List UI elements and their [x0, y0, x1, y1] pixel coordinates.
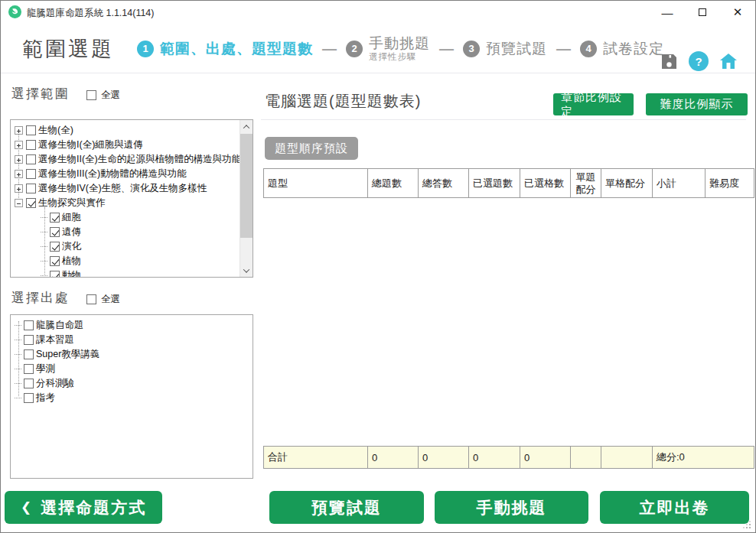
col-points-per-cell: 單格配分	[601, 169, 653, 197]
collapse-toggle-icon[interactable]	[15, 199, 23, 207]
col-total-answers: 總答數	[419, 169, 469, 197]
tree-checkbox[interactable]	[26, 125, 36, 135]
totals-selected-cells: 0	[520, 447, 571, 468]
source-select-all-checkbox[interactable]	[86, 294, 96, 304]
source-checkbox[interactable]	[24, 349, 34, 359]
tree-item-label: 選修生物I(全)細胞與遺傳	[38, 138, 143, 151]
tree-checkbox[interactable]	[26, 184, 36, 193]
question-type-preset-button[interactable]: 題型順序預設	[265, 137, 358, 160]
step-1-label: 範圍、出處、題型題數	[160, 39, 313, 59]
step-4-badge: 4	[580, 41, 597, 57]
tree-item[interactable]: 生物探究與實作	[15, 196, 253, 210]
scroll-up-icon[interactable]	[240, 120, 253, 133]
resize-grip[interactable]	[749, 527, 751, 528]
tree-checkbox[interactable]	[50, 271, 60, 278]
list-item[interactable]: 指考	[15, 391, 253, 405]
generate-paper-button[interactable]: 立即出卷	[600, 491, 749, 524]
tree-scrollbar[interactable]	[240, 120, 253, 277]
source-checkbox[interactable]	[24, 335, 34, 345]
tree-item[interactable]: 選修生物II(全)生命的起源與植物體的構造與功能	[15, 152, 253, 167]
totals-points-per-cell	[601, 447, 653, 468]
tree-item[interactable]: 選修生物IV(全)生態、演化及生物多樣性	[15, 181, 253, 196]
col-subtotal: 小計	[653, 169, 705, 197]
step-2-manual-pick[interactable]: 2 手動挑題 選擇性步驟	[346, 36, 430, 62]
minimize-button[interactable]: —	[650, 1, 685, 24]
tree-checkbox[interactable]	[50, 213, 60, 223]
tree-checkbox[interactable]	[26, 154, 36, 164]
tree-item-label: 生物(全)	[38, 124, 73, 137]
totals-score: 總分:0	[653, 447, 754, 468]
tree-checkbox[interactable]	[50, 242, 60, 252]
tree-connector	[41, 217, 47, 218]
source-checkbox[interactable]	[24, 393, 34, 403]
chevron-left-icon: ❮	[21, 499, 33, 515]
expand-toggle-icon[interactable]	[15, 126, 23, 135]
expand-toggle-icon[interactable]	[15, 184, 23, 193]
source-select-all[interactable]: 全選	[86, 293, 120, 306]
list-item[interactable]: 分科測驗	[15, 376, 253, 391]
tree-connector	[41, 232, 47, 232]
source-section-title: 選擇出處	[11, 289, 70, 307]
list-item[interactable]: 課本習題	[15, 333, 253, 347]
totals-total-answers: 0	[419, 447, 469, 468]
tree-checkbox[interactable]	[50, 256, 60, 266]
maximize-icon	[699, 8, 706, 16]
back-button-label: 選擇命題方式	[41, 497, 146, 518]
tree-checkbox[interactable]	[50, 227, 60, 237]
scroll-thumb[interactable]	[240, 134, 253, 238]
tree-connector	[15, 369, 21, 369]
totals-points-per-question	[571, 447, 601, 468]
range-select-all[interactable]: 全選	[86, 89, 120, 102]
step-1-range[interactable]: 1 範圍、出處、題型題數	[137, 39, 313, 59]
home-button[interactable]	[719, 51, 738, 71]
source-checkbox[interactable]	[24, 320, 34, 330]
step-separator: —	[321, 41, 338, 57]
scroll-down-icon[interactable]	[240, 264, 253, 277]
source-select-all-label: 全選	[101, 293, 120, 306]
tree-connector	[15, 383, 21, 384]
tree-item[interactable]: 生物(全)	[15, 123, 253, 138]
tree-item[interactable]: 遺傳	[15, 225, 253, 239]
expand-toggle-icon[interactable]	[15, 170, 23, 178]
tree-checkbox[interactable]	[26, 140, 36, 150]
expand-toggle-icon[interactable]	[15, 155, 23, 164]
list-item[interactable]: Super教學講義	[15, 347, 253, 362]
title-bar: 龍騰題庫命題系統 1.1.14(114) — ✕	[1, 1, 755, 24]
save-button[interactable]	[659, 51, 679, 71]
step-4-paper-settings[interactable]: 4 試卷設定	[580, 39, 664, 59]
col-selected-cells: 已選格數	[520, 169, 571, 197]
help-button[interactable]: ?	[689, 51, 709, 71]
tree-item[interactable]: 演化	[15, 239, 253, 254]
tree-item[interactable]: 選修生物III(全)動物體的構造與功能	[15, 167, 253, 181]
close-button[interactable]: ✕	[720, 1, 755, 24]
step-3-preview[interactable]: 3 預覽試題	[463, 39, 547, 59]
page-title: 範圍選題	[22, 35, 114, 63]
expand-toggle-icon[interactable]	[15, 141, 23, 149]
col-total-questions: 總題數	[368, 169, 419, 197]
maximize-button[interactable]	[685, 1, 720, 24]
tree-item[interactable]: 細胞	[15, 210, 253, 225]
difficulty-ratio-button[interactable]: 難度比例顯示	[646, 93, 748, 115]
picker-divider	[261, 119, 746, 120]
tree-checkbox[interactable]	[26, 169, 36, 179]
tree-item[interactable]: 動物	[15, 268, 253, 278]
range-select-all-label: 全選	[101, 89, 120, 102]
back-to-mode-button[interactable]: ❮ 選擇命題方式	[5, 491, 162, 524]
chapter-ratio-button[interactable]: 章節比例設定	[553, 93, 634, 115]
range-select-all-checkbox[interactable]	[86, 90, 96, 100]
list-item[interactable]: 龍騰自命題	[15, 318, 253, 333]
list-item-label: 分科測驗	[36, 377, 74, 390]
tree-item-label: 選修生物IV(全)生態、演化及生物多樣性	[38, 182, 207, 195]
tree-item[interactable]: 選修生物I(全)細胞與遺傳	[15, 138, 253, 152]
step-separator: —	[555, 41, 572, 57]
manual-pick-button[interactable]: 手動挑題	[435, 491, 588, 524]
list-item[interactable]: 學測	[15, 362, 253, 376]
source-checkbox[interactable]	[24, 364, 34, 374]
tree-connector	[15, 325, 21, 326]
preview-questions-button[interactable]: 預覽試題	[269, 491, 424, 524]
tree-checkbox[interactable]	[26, 198, 36, 208]
list-item-label: Super教學講義	[36, 348, 99, 361]
tree-item[interactable]: 植物	[15, 254, 253, 268]
tree-connector	[15, 398, 21, 398]
source-checkbox[interactable]	[24, 379, 34, 388]
